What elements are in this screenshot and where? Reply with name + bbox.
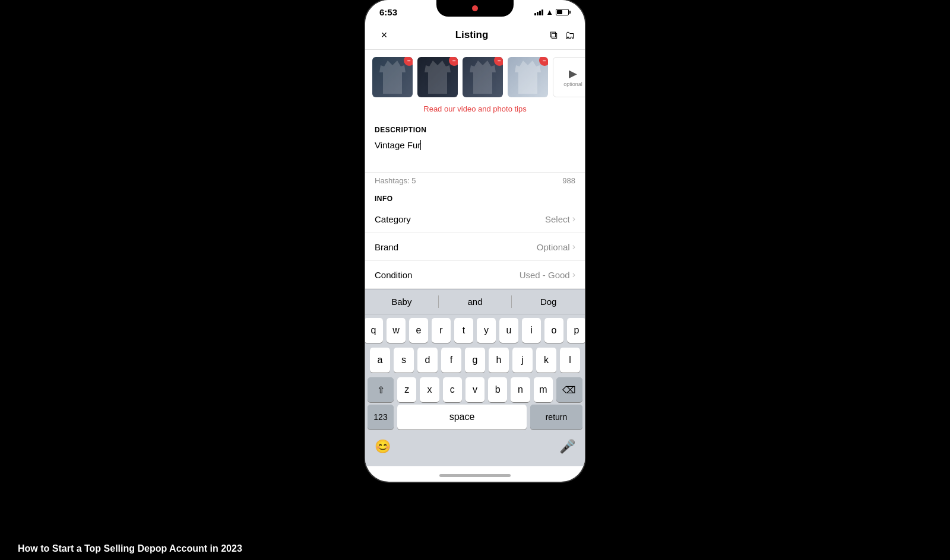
key-e[interactable]: e: [409, 318, 428, 343]
photo-3[interactable]: −: [463, 57, 503, 97]
return-key[interactable]: return: [530, 405, 582, 429]
emoji-icon[interactable]: 😊: [375, 439, 391, 454]
photo-tips-link[interactable]: Read our video and photo tips: [423, 104, 526, 113]
category-row[interactable]: Category Select ›: [365, 205, 585, 233]
condition-label: Condition: [375, 270, 412, 280]
key-n[interactable]: n: [511, 377, 530, 402]
char-count: 988: [562, 176, 575, 185]
signal-bar-1: [534, 13, 536, 15]
key-c[interactable]: c: [443, 377, 462, 402]
photo-tips: Read our video and photo tips: [365, 102, 585, 120]
key-y[interactable]: y: [477, 318, 496, 343]
photo-strip: − − −: [365, 50, 585, 102]
key-row-2: a s d f g h j k l: [368, 348, 582, 373]
caption-title: How to Start a Top Selling Depop Account…: [18, 543, 242, 553]
remove-badge-3[interactable]: −: [494, 57, 503, 66]
key-d[interactable]: d: [417, 348, 438, 373]
key-t[interactable]: t: [454, 318, 473, 343]
key-h[interactable]: h: [489, 348, 509, 373]
notch: [436, 0, 514, 17]
key-row-3: ⇧ z x c v b n m ⌫: [368, 377, 582, 402]
autocomplete-bar: Baby and Dog: [365, 289, 585, 314]
hashtag-label: Hashtags: 5: [375, 176, 416, 185]
key-f[interactable]: f: [441, 348, 461, 373]
content-area: DESCRIPTION Vintage Fur Hashtags: 5 988 …: [365, 120, 585, 289]
status-bar: 6:53 ▲: [365, 0, 585, 21]
nav-bar: × Listing ⧉ 🗂: [365, 21, 585, 50]
key-m[interactable]: m: [534, 377, 553, 402]
key-s[interactable]: s: [394, 348, 414, 373]
photo-4[interactable]: −: [508, 57, 548, 97]
battery-fill: [557, 10, 562, 14]
condition-row[interactable]: Condition Used - Good ›: [365, 261, 585, 289]
notch-dot: [472, 5, 478, 11]
remove-badge-4[interactable]: −: [539, 57, 548, 66]
category-select-text: Select: [545, 214, 570, 224]
category-value: Select ›: [545, 214, 575, 224]
photo-2[interactable]: −: [417, 57, 458, 97]
signal-bar-4: [542, 9, 543, 15]
mic-icon[interactable]: 🎤: [559, 439, 575, 454]
category-label: Category: [375, 214, 411, 224]
key-i[interactable]: i: [522, 318, 541, 343]
battery-body: [556, 9, 569, 15]
key-l[interactable]: l: [560, 348, 580, 373]
nav-actions: ⧉ 🗂: [550, 29, 575, 42]
description-input[interactable]: Vintage Fur: [365, 136, 585, 172]
condition-used-good-text: Used - Good: [520, 270, 570, 280]
brand-optional-text: Optional: [537, 242, 570, 252]
key-g[interactable]: g: [465, 348, 485, 373]
key-b[interactable]: b: [488, 377, 507, 402]
folder-icon[interactable]: 🗂: [565, 29, 575, 42]
autocomplete-and[interactable]: and: [439, 295, 512, 308]
close-button[interactable]: ×: [375, 26, 394, 44]
shift-key[interactable]: ⇧: [368, 377, 394, 402]
brand-chevron-icon: ›: [572, 241, 575, 252]
remove-badge-2[interactable]: −: [449, 57, 458, 66]
numbers-key[interactable]: 123: [368, 405, 394, 429]
space-key[interactable]: space: [397, 405, 527, 429]
key-z[interactable]: z: [397, 377, 416, 402]
key-j[interactable]: j: [512, 348, 533, 373]
signal-bar-3: [539, 11, 541, 15]
key-k[interactable]: k: [536, 348, 556, 373]
copy-icon[interactable]: ⧉: [550, 29, 558, 42]
phone-container: 6:53 ▲: [365, 0, 585, 482]
status-icons: ▲: [534, 8, 571, 17]
battery-icon: [556, 9, 571, 15]
add-photo-icon: ▶: [569, 67, 577, 80]
battery-tip: [569, 11, 571, 14]
key-row-1: q w e r t y u i o p: [368, 318, 582, 343]
nav-title: Listing: [455, 29, 489, 41]
home-indicator: [439, 474, 511, 477]
info-header: INFO: [365, 189, 585, 205]
remove-badge-1[interactable]: −: [404, 57, 413, 66]
autocomplete-baby[interactable]: Baby: [365, 295, 439, 308]
key-v[interactable]: v: [466, 377, 484, 402]
autocomplete-dog[interactable]: Dog: [512, 295, 585, 308]
description-header: DESCRIPTION: [365, 120, 585, 136]
key-r[interactable]: r: [432, 318, 451, 343]
key-a[interactable]: a: [370, 348, 390, 373]
key-p[interactable]: p: [567, 318, 585, 343]
brand-value: Optional ›: [537, 241, 575, 252]
wifi-icon: ▲: [546, 8, 553, 17]
key-u[interactable]: u: [499, 318, 518, 343]
key-rows: q w e r t y u i o p a s d f g h: [365, 314, 585, 405]
brand-row[interactable]: Brand Optional ›: [365, 233, 585, 261]
keyboard-bottom-bar: 😊 🎤: [365, 433, 585, 466]
brand-label: Brand: [375, 242, 398, 252]
key-w[interactable]: w: [387, 318, 406, 343]
optional-label: optional: [563, 81, 582, 87]
info-section: INFO Category Select › Brand Optional ›: [365, 189, 585, 289]
delete-key[interactable]: ⌫: [556, 377, 582, 402]
condition-value: Used - Good ›: [520, 269, 575, 280]
key-o[interactable]: o: [544, 318, 563, 343]
key-x[interactable]: x: [420, 377, 439, 402]
add-optional-photo[interactable]: ▶ optional: [553, 57, 585, 97]
key-bottom-row: 123 space return: [365, 405, 585, 433]
key-q[interactable]: q: [365, 318, 383, 343]
page-wrapper: 6:53 ▲: [0, 0, 950, 560]
photo-1[interactable]: −: [372, 57, 413, 97]
page-caption: How to Start a Top Selling Depop Account…: [0, 543, 950, 554]
